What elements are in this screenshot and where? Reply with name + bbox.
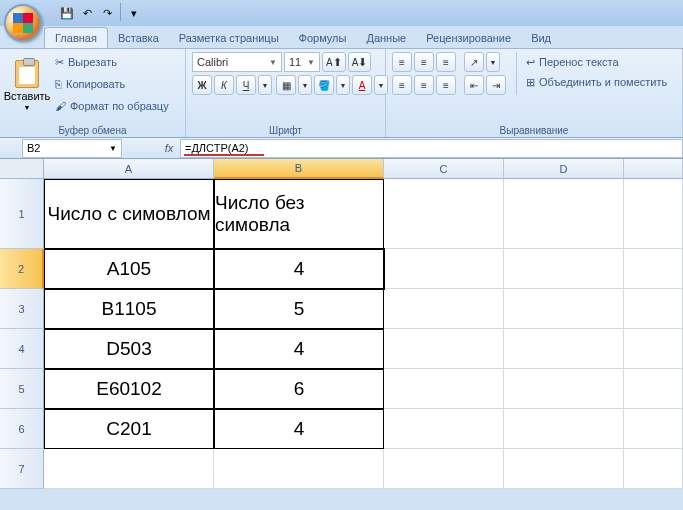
font-size-combo[interactable]: 11▼ bbox=[284, 52, 320, 72]
column-header-B[interactable]: B bbox=[214, 159, 384, 179]
tab-Рецензирование[interactable]: Рецензирование bbox=[416, 28, 521, 48]
row-header-3[interactable]: 3 bbox=[0, 289, 44, 329]
column-header-[interactable] bbox=[624, 159, 683, 179]
row-header-4[interactable]: 4 bbox=[0, 329, 44, 369]
cell-4[interactable] bbox=[624, 329, 683, 369]
chevron-down-icon: ▼ bbox=[307, 58, 315, 67]
tab-Главная[interactable]: Главная bbox=[44, 27, 108, 48]
font-color-button[interactable]: A bbox=[352, 75, 372, 95]
cell-C2[interactable] bbox=[384, 249, 504, 289]
undo-icon[interactable]: ↶ bbox=[78, 3, 96, 23]
cell-B7[interactable] bbox=[214, 449, 384, 489]
format-painter-button[interactable]: 🖌Формат по образцу bbox=[52, 96, 172, 116]
tab-Данные[interactable]: Данные bbox=[356, 28, 416, 48]
row-header-5[interactable]: 5 bbox=[0, 369, 44, 409]
row-header-1[interactable]: 1 bbox=[0, 179, 44, 249]
borders-more-icon[interactable]: ▼ bbox=[298, 75, 312, 95]
merge-center-button[interactable]: ⊞Объединить и поместить bbox=[523, 72, 670, 92]
cell-D7[interactable] bbox=[504, 449, 624, 489]
grow-font-button[interactable]: A⬆ bbox=[322, 52, 346, 72]
cell-D1[interactable] bbox=[504, 179, 624, 249]
orientation-button[interactable]: ↗ bbox=[464, 52, 484, 72]
separator bbox=[120, 3, 121, 21]
cell-D4[interactable] bbox=[504, 329, 624, 369]
underline-button[interactable]: Ч bbox=[236, 75, 256, 95]
align-middle-button[interactable]: ≡ bbox=[414, 52, 434, 72]
cell-B6[interactable]: 4 bbox=[214, 409, 384, 449]
clipboard-group-label: Буфер обмена bbox=[0, 125, 185, 136]
cell-D2[interactable] bbox=[504, 249, 624, 289]
underline-more-icon[interactable]: ▼ bbox=[258, 75, 272, 95]
cell-C7[interactable] bbox=[384, 449, 504, 489]
row-header-7[interactable]: 7 bbox=[0, 449, 44, 489]
decrease-indent-button[interactable]: ⇤ bbox=[464, 75, 484, 95]
fill-more-icon[interactable]: ▼ bbox=[336, 75, 350, 95]
column-header-D[interactable]: D bbox=[504, 159, 624, 179]
align-center-button[interactable]: ≡ bbox=[414, 75, 434, 95]
tab-Вставка[interactable]: Вставка bbox=[108, 28, 169, 48]
tab-Разметка страницы[interactable]: Разметка страницы bbox=[169, 28, 289, 48]
cell-6[interactable] bbox=[624, 409, 683, 449]
align-right-button[interactable]: ≡ bbox=[436, 75, 456, 95]
font-group: Calibri▼ 11▼ A⬆ A⬇ Ж К Ч ▼ ▦▼ 🪣▼ A▼ Шриф… bbox=[186, 49, 386, 137]
cell-A3[interactable]: B1105 bbox=[44, 289, 214, 329]
cell-A4[interactable]: D503 bbox=[44, 329, 214, 369]
select-all-corner[interactable] bbox=[0, 159, 44, 179]
chevron-down-icon: ▼ bbox=[109, 144, 117, 153]
formula-underline bbox=[184, 154, 264, 156]
italic-button[interactable]: К bbox=[214, 75, 234, 95]
cell-D5[interactable] bbox=[504, 369, 624, 409]
cell-2[interactable] bbox=[624, 249, 683, 289]
cell-D6[interactable] bbox=[504, 409, 624, 449]
column-header-C[interactable]: C bbox=[384, 159, 504, 179]
copy-button[interactable]: ⎘Копировать bbox=[52, 74, 172, 94]
cell-B4[interactable]: 4 bbox=[214, 329, 384, 369]
bold-button[interactable]: Ж bbox=[192, 75, 212, 95]
tab-Вид[interactable]: Вид bbox=[521, 28, 561, 48]
shrink-font-button[interactable]: A⬇ bbox=[348, 52, 372, 72]
tab-Формулы[interactable]: Формулы bbox=[289, 28, 357, 48]
align-bottom-button[interactable]: ≡ bbox=[436, 52, 456, 72]
cell-C4[interactable] bbox=[384, 329, 504, 369]
borders-button[interactable]: ▦ bbox=[276, 75, 296, 95]
increase-indent-button[interactable]: ⇥ bbox=[486, 75, 506, 95]
row-header-6[interactable]: 6 bbox=[0, 409, 44, 449]
orientation-more-icon[interactable]: ▼ bbox=[486, 52, 500, 72]
row-header-2[interactable]: 2 bbox=[0, 249, 44, 289]
cell-7[interactable] bbox=[624, 449, 683, 489]
fill-color-button[interactable]: 🪣 bbox=[314, 75, 334, 95]
cell-B5[interactable]: 6 bbox=[214, 369, 384, 409]
office-button[interactable] bbox=[4, 4, 42, 42]
font-name-combo[interactable]: Calibri▼ bbox=[192, 52, 282, 72]
cell-A1[interactable]: Число с симовлом bbox=[44, 179, 214, 249]
cut-button[interactable]: ✂Вырезать bbox=[52, 52, 172, 72]
cell-C6[interactable] bbox=[384, 409, 504, 449]
spreadsheet-grid: ABCD 1Число с симовломЧисло без симовла2… bbox=[0, 159, 683, 489]
cell-1[interactable] bbox=[624, 179, 683, 249]
save-icon[interactable]: 💾 bbox=[58, 3, 76, 23]
redo-icon[interactable]: ↷ bbox=[98, 3, 116, 23]
cell-C1[interactable] bbox=[384, 179, 504, 249]
cell-B3[interactable]: 5 bbox=[214, 289, 384, 329]
column-header-A[interactable]: A bbox=[44, 159, 214, 179]
qat-customize-icon[interactable]: ▾ bbox=[125, 3, 143, 23]
cell-A7[interactable] bbox=[44, 449, 214, 489]
cell-5[interactable] bbox=[624, 369, 683, 409]
cell-B2[interactable]: 4 bbox=[214, 249, 384, 289]
align-top-button[interactable]: ≡ bbox=[392, 52, 412, 72]
cell-A5[interactable]: E60102 bbox=[44, 369, 214, 409]
align-left-button[interactable]: ≡ bbox=[392, 75, 412, 95]
cell-A2[interactable]: A105 bbox=[44, 249, 214, 289]
fx-icon[interactable]: fx bbox=[158, 142, 180, 154]
cell-C5[interactable] bbox=[384, 369, 504, 409]
wrap-text-button[interactable]: ↩Перенос текста bbox=[523, 52, 670, 72]
cell-B1[interactable]: Число без симовла bbox=[214, 179, 384, 249]
cell-A6[interactable]: C201 bbox=[44, 409, 214, 449]
paste-button[interactable]: Вставить ▼ bbox=[6, 52, 48, 118]
cell-C3[interactable] bbox=[384, 289, 504, 329]
cell-D3[interactable] bbox=[504, 289, 624, 329]
brush-icon: 🖌 bbox=[55, 100, 66, 112]
cell-3[interactable] bbox=[624, 289, 683, 329]
name-box[interactable]: B2▼ bbox=[22, 139, 122, 158]
formula-bar[interactable]: =ДЛСТР(A2) bbox=[180, 139, 683, 158]
